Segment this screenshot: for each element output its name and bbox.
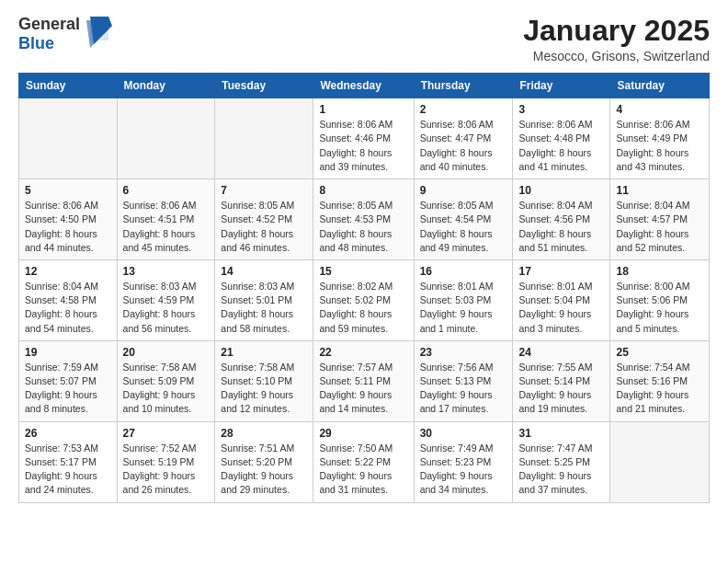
calendar-cell: 26Sunrise: 7:53 AMSunset: 5:17 PMDayligh… [19,421,118,502]
calendar-cell: 24Sunrise: 7:55 AMSunset: 5:14 PMDayligh… [513,340,610,421]
day-number: 22 [319,346,407,359]
day-info: Sunrise: 7:58 AMSunset: 5:10 PMDaylight:… [221,361,307,417]
logo-icon [83,13,112,48]
day-number: 30 [420,427,507,440]
day-info: Sunrise: 8:06 AMSunset: 4:48 PMDaylight:… [518,118,604,174]
calendar-cell: 22Sunrise: 7:57 AMSunset: 5:11 PMDayligh… [313,340,414,421]
calendar-cell: 3Sunrise: 8:06 AMSunset: 4:48 PMDaylight… [513,98,610,179]
calendar-cell: 18Sunrise: 8:00 AMSunset: 5:06 PMDayligh… [610,259,710,340]
day-info: Sunrise: 7:53 AMSunset: 5:17 PMDaylight:… [25,442,111,498]
calendar-table: Sunday Monday Tuesday Wednesday Thursday… [18,73,710,502]
calendar-cell: 20Sunrise: 7:58 AMSunset: 5:09 PMDayligh… [117,340,215,421]
day-number: 9 [420,184,507,197]
day-info: Sunrise: 8:06 AMSunset: 4:47 PMDaylight:… [420,118,507,174]
calendar-cell: 16Sunrise: 8:01 AMSunset: 5:03 PMDayligh… [414,259,513,340]
calendar-week-row: 5Sunrise: 8:06 AMSunset: 4:50 PMDaylight… [19,179,710,260]
calendar-cell: 14Sunrise: 8:03 AMSunset: 5:01 PMDayligh… [215,259,313,340]
day-number: 4 [616,103,703,116]
calendar-week-row: 12Sunrise: 8:04 AMSunset: 4:58 PMDayligh… [19,259,710,340]
day-info: Sunrise: 8:06 AMSunset: 4:46 PMDaylight:… [319,118,407,174]
calendar-cell [215,98,313,179]
calendar-cell: 25Sunrise: 7:54 AMSunset: 5:16 PMDayligh… [610,340,710,421]
title-block: January 2025 Mesocco, Grisons, Switzerla… [523,15,710,63]
col-saturday: Saturday [610,74,710,98]
day-info: Sunrise: 8:06 AMSunset: 4:49 PMDaylight:… [616,118,703,174]
calendar-cell: 13Sunrise: 8:03 AMSunset: 4:59 PMDayligh… [117,259,215,340]
logo: General Blue [18,15,112,52]
header-row: Sunday Monday Tuesday Wednesday Thursday… [19,74,710,98]
calendar-cell: 15Sunrise: 8:02 AMSunset: 5:02 PMDayligh… [313,259,414,340]
calendar-cell [19,98,118,179]
day-number: 17 [518,265,604,278]
header: General Blue January 2025 Mesocco, Griso… [18,15,710,63]
day-number: 12 [25,265,111,278]
day-number: 19 [25,346,111,359]
calendar-cell: 5Sunrise: 8:06 AMSunset: 4:50 PMDaylight… [19,179,118,260]
day-number: 3 [518,103,604,116]
calendar-week-row: 1Sunrise: 8:06 AMSunset: 4:46 PMDaylight… [19,98,710,179]
calendar-cell: 6Sunrise: 8:06 AMSunset: 4:51 PMDaylight… [117,179,215,260]
day-info: Sunrise: 7:52 AMSunset: 5:19 PMDaylight:… [123,442,210,498]
day-number: 8 [319,184,407,197]
day-number: 16 [420,265,507,278]
day-info: Sunrise: 7:49 AMSunset: 5:23 PMDaylight:… [420,442,507,498]
day-number: 20 [123,346,210,359]
calendar-cell: 29Sunrise: 7:50 AMSunset: 5:22 PMDayligh… [313,421,414,502]
calendar-cell: 1Sunrise: 8:06 AMSunset: 4:46 PMDaylight… [313,98,414,179]
day-number: 27 [123,427,210,440]
calendar-cell: 4Sunrise: 8:06 AMSunset: 4:49 PMDaylight… [610,98,710,179]
day-info: Sunrise: 8:03 AMSunset: 5:01 PMDaylight:… [221,280,307,336]
day-info: Sunrise: 8:03 AMSunset: 4:59 PMDaylight:… [123,280,210,336]
day-number: 31 [518,427,604,440]
calendar-cell: 23Sunrise: 7:56 AMSunset: 5:13 PMDayligh… [414,340,513,421]
day-info: Sunrise: 7:55 AMSunset: 5:14 PMDaylight:… [518,361,604,417]
calendar-cell: 27Sunrise: 7:52 AMSunset: 5:19 PMDayligh… [117,421,215,502]
day-info: Sunrise: 7:50 AMSunset: 5:22 PMDaylight:… [319,442,407,498]
day-info: Sunrise: 7:51 AMSunset: 5:20 PMDaylight:… [221,442,307,498]
logo-general: General [18,15,80,33]
day-info: Sunrise: 7:54 AMSunset: 5:16 PMDaylight:… [616,361,703,417]
calendar-cell: 30Sunrise: 7:49 AMSunset: 5:23 PMDayligh… [414,421,513,502]
day-info: Sunrise: 7:47 AMSunset: 5:25 PMDaylight:… [518,442,604,498]
day-number: 1 [319,103,407,116]
day-number: 29 [319,427,407,440]
col-friday: Friday [513,74,610,98]
day-info: Sunrise: 7:57 AMSunset: 5:11 PMDaylight:… [319,361,407,417]
calendar-cell: 2Sunrise: 8:06 AMSunset: 4:47 PMDaylight… [414,98,513,179]
day-info: Sunrise: 8:05 AMSunset: 4:53 PMDaylight:… [319,199,407,255]
day-info: Sunrise: 8:01 AMSunset: 5:03 PMDaylight:… [420,280,507,336]
day-number: 7 [221,184,307,197]
col-tuesday: Tuesday [215,74,313,98]
calendar-cell: 7Sunrise: 8:05 AMSunset: 4:52 PMDaylight… [215,179,313,260]
calendar-subtitle: Mesocco, Grisons, Switzerland [523,49,710,63]
day-number: 28 [221,427,307,440]
day-number: 18 [616,265,703,278]
day-info: Sunrise: 8:00 AMSunset: 5:06 PMDaylight:… [616,280,703,336]
day-info: Sunrise: 8:04 AMSunset: 4:57 PMDaylight:… [616,199,703,255]
col-sunday: Sunday [19,74,118,98]
col-monday: Monday [117,74,215,98]
calendar-cell [117,98,215,179]
day-number: 10 [518,184,604,197]
calendar-week-row: 19Sunrise: 7:59 AMSunset: 5:07 PMDayligh… [19,340,710,421]
calendar-cell: 17Sunrise: 8:01 AMSunset: 5:04 PMDayligh… [513,259,610,340]
day-number: 13 [123,265,210,278]
col-wednesday: Wednesday [313,74,414,98]
calendar-cell: 9Sunrise: 8:05 AMSunset: 4:54 PMDaylight… [414,179,513,260]
calendar-cell: 12Sunrise: 8:04 AMSunset: 4:58 PMDayligh… [19,259,118,340]
day-number: 5 [25,184,111,197]
calendar-title: January 2025 [523,15,710,47]
calendar-cell: 19Sunrise: 7:59 AMSunset: 5:07 PMDayligh… [19,340,118,421]
day-info: Sunrise: 8:05 AMSunset: 4:54 PMDaylight:… [420,199,507,255]
calendar-cell [610,421,710,502]
day-number: 15 [319,265,407,278]
calendar-cell: 28Sunrise: 7:51 AMSunset: 5:20 PMDayligh… [215,421,313,502]
day-info: Sunrise: 8:06 AMSunset: 4:51 PMDaylight:… [123,199,210,255]
day-number: 21 [221,346,307,359]
calendar-cell: 31Sunrise: 7:47 AMSunset: 5:25 PMDayligh… [513,421,610,502]
day-info: Sunrise: 8:04 AMSunset: 4:56 PMDaylight:… [518,199,604,255]
day-number: 2 [420,103,507,116]
logo-blue: Blue [18,34,54,52]
calendar-week-row: 26Sunrise: 7:53 AMSunset: 5:17 PMDayligh… [19,421,710,502]
day-number: 24 [518,346,604,359]
